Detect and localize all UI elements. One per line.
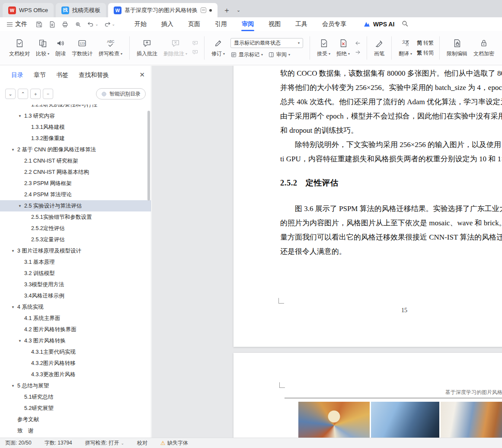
read-aloud-button[interactable]: 朗读 xyxy=(52,37,69,59)
markup-state-select[interactable]: 显示标记的最终状态 ▾ xyxy=(230,38,303,48)
reject-revision-button[interactable]: 拒绝▾ xyxy=(333,37,353,59)
document-page-15[interactable]: 软的 COCO 数据集，该数据集有 80000 多张图片。他们从中选取了 80k… xyxy=(233,66,502,347)
toc-collapse-arrow-icon[interactable]: ▼ xyxy=(11,148,17,152)
toc-item[interactable]: ▼1.3 研究内容 xyxy=(0,110,151,122)
toc-item[interactable]: 4.3.1主要代码实现 xyxy=(0,346,151,358)
menu-home[interactable]: 开始 xyxy=(127,17,154,31)
toc-item[interactable]: 2.4 PSPM 算法理论 xyxy=(0,189,151,200)
sidebar-tab-bookmarks[interactable]: 书签 xyxy=(56,71,68,79)
toc-item[interactable]: 5.1研究总结 xyxy=(0,391,151,403)
tab-wps-office[interactable]: W WPS Office xyxy=(3,3,54,17)
toc-collapse-arrow-icon[interactable]: ▼ xyxy=(11,249,17,253)
toc-item[interactable]: 2.2 CNN-IST 网络基本结构 xyxy=(0,166,151,178)
show-markup-button[interactable]: 显示标记▾ xyxy=(230,51,263,58)
toc-item[interactable]: 4.3.3更改图片风格 xyxy=(0,369,151,380)
sidebar-tab-find-replace[interactable]: 查找和替换 xyxy=(79,71,109,79)
tab-list-dropdown-icon[interactable]: ⌄ xyxy=(234,3,243,17)
translate-button[interactable]: 文A 翻译▾ xyxy=(396,37,415,59)
toc-item[interactable]: 4.3.2图片风格转移 xyxy=(0,358,151,369)
tab-docer-template[interactable]: 找 找稿壳模板 xyxy=(56,3,106,17)
track-changes-button[interactable]: 修订▾ xyxy=(208,37,228,59)
new-tab-button[interactable]: ＋ xyxy=(220,3,234,17)
toc-collapse-arrow-icon[interactable]: ▼ xyxy=(11,305,17,309)
toc-item[interactable]: 4.1 系统主界面 xyxy=(0,313,151,324)
toc-item[interactable]: ▼3 图片迁移原理及模型设计 xyxy=(0,245,151,256)
toc-item[interactable]: 4.2 图片风格转换界面 xyxy=(0,324,151,335)
encrypt-document-button[interactable]: 文档加密 xyxy=(470,37,497,59)
toc-item[interactable]: 1.2.2研究的必要性和可行性 xyxy=(0,105,151,110)
word-count-indicator[interactable]: 字数: 13794 xyxy=(45,439,72,447)
sidebar-scrollbar[interactable] xyxy=(147,111,150,201)
toc-item[interactable]: 2.5.1实验细节和参数设置 xyxy=(0,211,151,223)
print-preview-button[interactable] xyxy=(72,19,83,29)
toc-item[interactable]: 2.1 CNN-IST 研究框架 xyxy=(0,155,151,166)
menu-review[interactable]: 审阅 xyxy=(234,17,261,31)
document-canvas[interactable]: 软的 COCO 数据集，该数据集有 80000 多张图片。他们从中选取了 80k… xyxy=(152,66,502,438)
export-button[interactable] xyxy=(46,19,58,29)
menu-reference[interactable]: 引用 xyxy=(208,17,234,31)
undo-button[interactable]: ⌄ xyxy=(85,21,100,28)
smart-toc-button[interactable]: 智能识别目录 xyxy=(96,88,146,99)
collapse-all-button[interactable]: ⌄ xyxy=(5,89,16,99)
page-indicator[interactable]: 页面: 20/50 xyxy=(5,439,32,447)
sidebar-tab-chapters[interactable]: 章节 xyxy=(34,71,46,79)
tab-current-document[interactable]: W 基于深度学习的图片风格转换 xyxy=(108,3,217,17)
missing-font-warning[interactable]: ⚠ 缺失字体 xyxy=(160,439,188,447)
toc-item[interactable]: 2.5.3定量评估 xyxy=(0,234,151,245)
next-revision-button[interactable] xyxy=(355,49,361,56)
toc-item[interactable]: 3.1 基本原理 xyxy=(0,256,151,268)
menu-page[interactable]: 页面 xyxy=(181,17,208,31)
search-button[interactable] xyxy=(401,20,409,29)
toc-collapse-arrow-icon[interactable]: ▼ xyxy=(18,114,24,118)
toc-item[interactable]: 致 谢 xyxy=(0,425,151,436)
doc-proofread-button[interactable]: 文档校对 xyxy=(6,37,33,59)
to-simplified-button[interactable]: 繁 转简 xyxy=(417,49,434,57)
toc-item[interactable]: 1.3.2图像重建 xyxy=(0,133,151,144)
toc-item[interactable]: ▼4.3 图片风格转换 xyxy=(0,335,151,346)
toc-collapse-arrow-icon[interactable]: ▼ xyxy=(18,339,24,343)
toc-item[interactable]: 2.3 PSPM 网络框架 xyxy=(0,178,151,189)
previous-comment-button[interactable] xyxy=(192,40,198,47)
toc-item[interactable]: ▼4 系统实现 xyxy=(0,301,151,313)
word-count-button[interactable]: 123 字数统计 xyxy=(69,37,96,59)
zoom-in-toc-button[interactable]: ＋ xyxy=(30,89,41,99)
toc-item[interactable]: 5.2研究展望 xyxy=(0,403,151,414)
accept-revision-button[interactable]: 接受▾ xyxy=(314,37,333,59)
toc-item[interactable]: 3.2 训练模型 xyxy=(0,268,151,279)
insert-comment-button[interactable]: 插入批注 xyxy=(134,37,160,59)
menu-member[interactable]: 会员专享 xyxy=(315,17,354,31)
print-button[interactable] xyxy=(59,19,70,29)
menu-view[interactable]: 视图 xyxy=(261,17,288,31)
to-traditional-button[interactable]: 简 转繁 xyxy=(417,39,434,47)
previous-revision-button[interactable] xyxy=(355,40,361,47)
compare-button[interactable]: 比较▾ xyxy=(33,37,52,59)
toc-item[interactable]: ▼2 基于 CNN 的图像风格迁移算法 xyxy=(0,144,151,155)
file-menu-button[interactable]: 文件 xyxy=(7,20,27,28)
toc-collapse-arrow-icon[interactable]: ▼ xyxy=(18,204,24,208)
restrict-editing-button[interactable]: 限制编辑 xyxy=(444,37,470,59)
ink-brush-button[interactable]: 画笔 xyxy=(371,37,387,59)
toc-collapse-arrow-icon[interactable]: ▼ xyxy=(11,384,17,388)
toc-item[interactable]: 3.3模型使用方法 xyxy=(0,279,151,290)
toc-item[interactable]: 3.4风格迁移示例 xyxy=(0,290,151,301)
close-sidebar-button[interactable]: ✕ xyxy=(139,71,145,79)
toc-item[interactable]: ▼2.5 实验设计与算法评估 xyxy=(0,200,151,211)
next-comment-button[interactable] xyxy=(192,49,198,56)
sidebar-tab-toc[interactable]: 目录 xyxy=(11,71,23,79)
spell-check-button[interactable]: ABC 拼写检查▾ xyxy=(96,37,125,59)
menu-insert[interactable]: 插入 xyxy=(154,17,181,31)
review-pane-button[interactable]: 审阅▾ xyxy=(268,51,290,58)
toc-item[interactable]: 2.5.2定性评估 xyxy=(0,223,151,234)
toc-item[interactable]: ▼5 总结与展望 xyxy=(0,380,151,391)
document-page-16[interactable]: 基于深度学习的图片风格转换 xyxy=(233,353,502,438)
zoom-out-toc-button[interactable]: － xyxy=(43,89,53,99)
proofread-button[interactable]: 校对 xyxy=(137,439,147,447)
expand-all-button[interactable]: ⌃ xyxy=(18,89,28,99)
wps-ai-button[interactable]: WPS AI xyxy=(363,21,394,28)
toc-item[interactable]: 参考文献 xyxy=(0,414,151,425)
delete-comment-button[interactable]: 删除批注▾ xyxy=(160,37,190,59)
menu-tools[interactable]: 工具 xyxy=(288,17,315,31)
spellcheck-indicator[interactable]: 拼写检查: 打开 ⌄ xyxy=(85,439,124,447)
toc-item[interactable]: 1.3.1风格建模 xyxy=(0,122,151,133)
save-button[interactable] xyxy=(33,19,45,29)
